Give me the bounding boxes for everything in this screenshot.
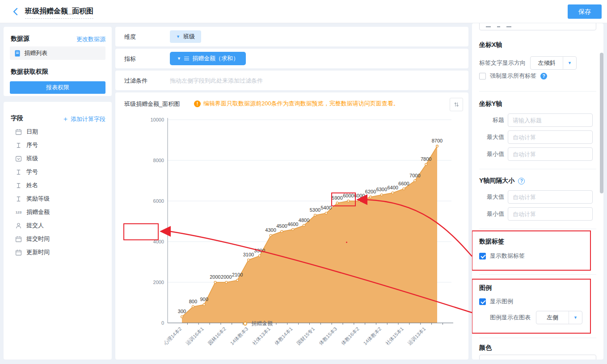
svg-text:8000: 8000 [153, 158, 164, 163]
warning-icon: ! [194, 100, 201, 107]
svg-text:0: 0 [161, 320, 164, 326]
sort-button[interactable] [450, 98, 463, 111]
y-interval-min-input[interactable] [508, 207, 593, 221]
field-item[interactable]: 学号 [15, 165, 50, 179]
data-label-heading: 数据标签 [479, 238, 504, 246]
force-all-labels-label: 强制显示所有标签 [490, 72, 536, 80]
red-dot [346, 242, 347, 243]
field-item[interactable]: 班级 [15, 152, 50, 165]
metric-tag[interactable]: ▼ 捐赠金额（求和） [170, 52, 246, 65]
report-permission-button[interactable]: 报表权限 [10, 81, 105, 94]
divider [479, 169, 596, 169]
metric-label: 指标 [124, 55, 136, 63]
calendar-icon [15, 236, 22, 243]
svg-text:3100: 3100 [243, 252, 254, 257]
svg-text:5400: 5400 [320, 205, 331, 210]
field-item[interactable]: 奖励等级 [15, 192, 50, 205]
field-item[interactable]: 提交时间 [15, 232, 50, 246]
svg-text:14体教本2: 14体教本2 [362, 326, 382, 346]
field-item[interactable]: 日期 [15, 125, 50, 138]
field-item[interactable]: 更新时间 [15, 246, 50, 259]
y-interval-max-input[interactable] [508, 190, 593, 204]
svg-text:5900: 5900 [332, 195, 342, 201]
chevron-down-icon: ▼ [176, 34, 180, 39]
field-label: 更新时间 [26, 248, 50, 256]
help-icon[interactable]: ? [518, 178, 525, 184]
warning-text: 编辑界面只取数据源前200条作为查询数据预览，完整数据请访问页面查看。 [203, 100, 399, 108]
filter-row[interactable]: 过滤条件 拖动左侧字段到此处来添加过滤条件 [115, 71, 468, 90]
y-axis-title-input[interactable] [508, 113, 593, 127]
force-all-labels-checkbox[interactable] [479, 73, 486, 79]
right-panel-scrollbar[interactable] [600, 53, 603, 193]
legend-position-select[interactable]: 左侧 ▼ [536, 311, 582, 324]
list-lines-icon [184, 57, 189, 60]
filter-label: 过滤条件 [124, 77, 148, 85]
svg-text:5300: 5300 [310, 207, 320, 213]
show-data-labels-label: 显示数据标签 [490, 252, 525, 260]
x-axis-heading: 坐标X轴 [479, 41, 502, 49]
svg-text:10000: 10000 [150, 117, 164, 122]
y-axis-max-input[interactable] [508, 130, 593, 144]
svg-text:4800: 4800 [299, 218, 309, 223]
add-calculated-field-link[interactable]: ＋ 添加计算字段 [62, 115, 105, 123]
chart-settings-panel: 坐标X轴 标签文字显示方向 左倾斜 ▼ 强制显示所有标签 ? 坐标Y轴 标题 最… [472, 23, 603, 360]
divider [479, 338, 596, 338]
legend-heading: 图例 [479, 284, 492, 292]
field-item[interactable]: 姓名 [15, 179, 50, 192]
dimension-tag[interactable]: ▼ 班级 [170, 30, 201, 43]
svg-text:体教14本1: 体教14本1 [273, 326, 294, 347]
svg-text:2000: 2000 [221, 274, 232, 280]
field-item[interactable]: 序号 [15, 138, 50, 152]
divider [479, 229, 596, 229]
text-icon [15, 182, 22, 189]
color-scheme-input[interactable]: 烟花 [479, 355, 596, 360]
svg-text:2100: 2100 [232, 272, 243, 277]
color-heading: 颜色 [479, 344, 492, 352]
dimension-label: 维度 [124, 33, 136, 41]
field-item[interactable]: 提交人 [15, 219, 50, 232]
x-label-direction-label: 标签文字显示方向 [479, 59, 526, 67]
svg-text:7000: 7000 [409, 173, 420, 178]
change-datasource-link[interactable]: 更改数据源 [76, 35, 105, 43]
datasource-item[interactable]: 捐赠列表 [10, 46, 105, 60]
svg-text:8700: 8700 [432, 138, 443, 143]
svg-text:2000: 2000 [210, 274, 220, 280]
svg-text:3300: 3300 [254, 248, 265, 253]
field-item[interactable]: 123捐赠金额 [15, 205, 50, 219]
y-axis-min-input[interactable] [508, 147, 593, 161]
data-label-annotation-box [472, 230, 591, 271]
person-icon [15, 222, 22, 229]
chart-legend[interactable]: 捐赠金额 [243, 320, 273, 327]
field-label: 提交人 [26, 222, 44, 230]
chart-panel: 班级捐赠金额_面积图 ! 编辑界面只取数据源前200条作为查询数据预览，完整数据… [115, 92, 468, 360]
field-label: 学号 [26, 168, 38, 176]
field-label: 奖励等级 [26, 195, 50, 203]
show-legend-checkbox[interactable] [479, 298, 486, 305]
dimension-row: 维度 ▼ 班级 [115, 27, 468, 46]
x-label-direction-select[interactable]: 左倾斜 ▼ [530, 56, 577, 70]
svg-text:6000: 6000 [153, 198, 164, 204]
plus-icon: ＋ [62, 115, 71, 122]
field-label: 班级 [26, 155, 38, 163]
field-label: 捐赠金额 [26, 208, 50, 216]
y-axis-min-label: 最小值 [479, 150, 508, 158]
svg-text:6600: 6600 [398, 181, 409, 186]
svg-text:6200: 6200 [365, 189, 376, 194]
back-icon[interactable] [12, 7, 21, 16]
clipped-input[interactable] [479, 23, 596, 30]
field-label: 姓名 [26, 181, 38, 189]
field-list: 日期序号班级学号姓名奖励等级123捐赠金额提交人提交时间更新时间 [15, 125, 50, 259]
divider [479, 274, 596, 275]
fields-panel: 字段 ＋ 添加计算字段 日期序号班级学号姓名奖励等级123捐赠金额提交人提交时间… [4, 102, 112, 360]
save-button[interactable]: 保存 [568, 4, 602, 19]
svg-text:14体教本3: 14体教本3 [229, 326, 249, 346]
y-interval-heading: Y轴间隔大小 [479, 177, 514, 185]
y-interval-max-label: 最大值 [479, 193, 508, 201]
field-label: 序号 [26, 141, 38, 149]
svg-text:运训13本1: 运训13本1 [407, 326, 427, 346]
show-data-labels-checkbox[interactable] [479, 253, 486, 259]
help-icon[interactable]: ? [540, 73, 547, 79]
svg-text:体教15本3: 体教15本3 [317, 326, 338, 347]
metric-row: 指标 ▼ 捐赠金额（求和） [115, 49, 468, 68]
legend-position-label: 图例显示在图表 [490, 314, 531, 322]
